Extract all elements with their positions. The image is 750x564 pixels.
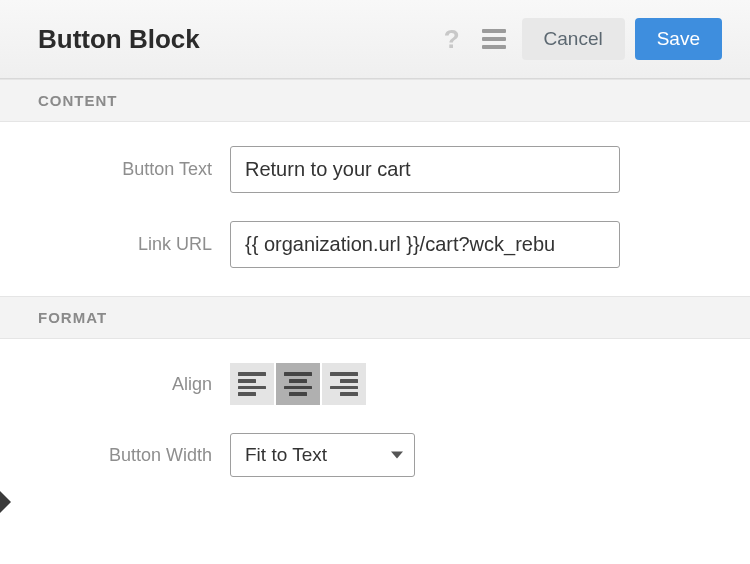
cancel-button[interactable]: Cancel bbox=[522, 18, 625, 60]
menu-icon[interactable] bbox=[476, 29, 512, 49]
align-left-button[interactable] bbox=[230, 363, 274, 405]
section-heading-content: CONTENT bbox=[0, 79, 750, 122]
button-text-input[interactable] bbox=[230, 146, 620, 193]
align-group bbox=[230, 363, 366, 405]
row-link-url: Link URL bbox=[0, 221, 712, 268]
section-heading-format: FORMAT bbox=[0, 296, 750, 339]
label-button-text: Button Text bbox=[0, 159, 230, 180]
label-link-url: Link URL bbox=[0, 234, 230, 255]
button-width-select[interactable]: Fit to Text bbox=[230, 433, 415, 477]
label-button-width: Button Width bbox=[0, 445, 230, 466]
label-align: Align bbox=[0, 374, 230, 395]
save-button[interactable]: Save bbox=[635, 18, 722, 60]
section-format-body: Align Button Width Fit to Text bbox=[0, 339, 750, 505]
panel-title: Button Block bbox=[38, 24, 200, 55]
align-center-button[interactable] bbox=[276, 363, 320, 405]
row-button-text: Button Text bbox=[0, 146, 712, 193]
section-content-body: Button Text Link URL bbox=[0, 122, 750, 296]
link-url-input[interactable] bbox=[230, 221, 620, 268]
row-button-width: Button Width Fit to Text bbox=[0, 433, 712, 477]
panel-header: Button Block ? Cancel Save bbox=[0, 0, 750, 79]
header-actions: ? Cancel Save bbox=[438, 18, 722, 60]
row-align: Align bbox=[0, 363, 712, 405]
panel-pointer-icon bbox=[0, 490, 11, 514]
button-width-select-wrap: Fit to Text bbox=[230, 433, 415, 477]
align-right-button[interactable] bbox=[322, 363, 366, 405]
help-icon[interactable]: ? bbox=[438, 24, 466, 55]
